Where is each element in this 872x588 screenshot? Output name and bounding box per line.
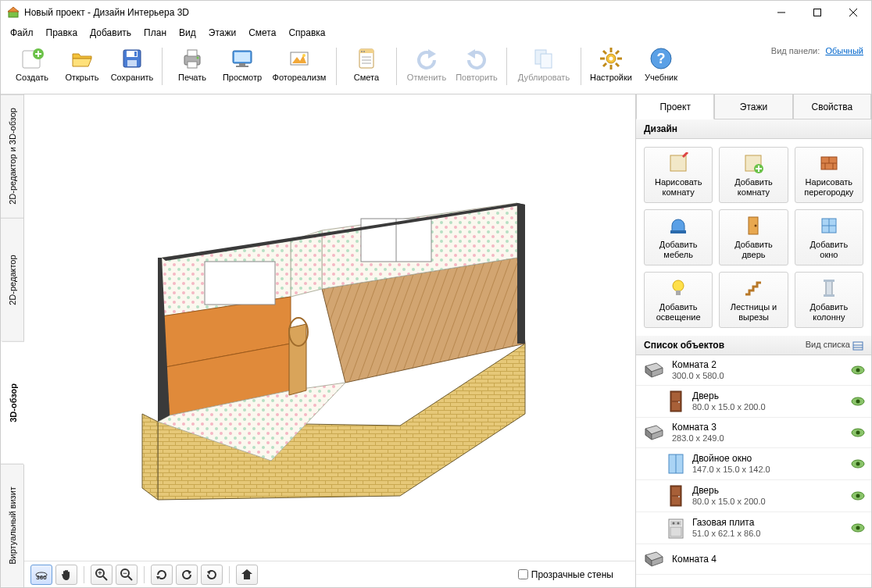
add-column-icon xyxy=(818,277,840,299)
svg-rect-112 xyxy=(672,393,680,401)
object-item-room[interactable]: Комната 3283.0 x 249.0 xyxy=(636,418,871,448)
toolbar-estimate-button[interactable]: Смета xyxy=(343,45,390,90)
visibility-toggle[interactable] xyxy=(851,365,865,375)
vtab-2d3d[interactable]: 2D-редактор и 3D-обзор xyxy=(1,94,23,218)
view-rot-left-button[interactable] xyxy=(176,565,198,585)
room-icon xyxy=(642,547,664,571)
svg-rect-133 xyxy=(670,521,681,526)
panel-mode-info: Вид панели: Обычный xyxy=(771,46,863,55)
visibility-toggle[interactable] xyxy=(851,397,865,406)
view-home-button[interactable] xyxy=(236,565,258,585)
toolbar-photoreal-button[interactable]: Фотореализм xyxy=(269,45,330,90)
toolbar-open-button[interactable]: Открыть xyxy=(59,45,105,90)
object-item-room[interactable]: Комната 2300.0 x 580.0 xyxy=(636,355,871,386)
svg-rect-67 xyxy=(205,262,275,305)
svg-rect-102 xyxy=(824,294,834,297)
design-header: Дизайн xyxy=(636,119,871,139)
design-draw-room-button[interactable]: Нарисовать комнату xyxy=(644,147,713,203)
svg-point-135 xyxy=(673,522,675,525)
rtab-props[interactable]: Свойства xyxy=(793,94,871,119)
toolbar: СоздатьОткрытьСохранитьПечатьПросмотрФот… xyxy=(1,41,871,94)
svg-rect-101 xyxy=(824,280,834,282)
panel-mode-link[interactable]: Обычный xyxy=(825,46,863,55)
toolbar-redo-label: Повторить xyxy=(456,73,498,82)
svg-point-26 xyxy=(363,51,365,52)
visibility-toggle[interactable] xyxy=(851,428,865,437)
menu-file[interactable]: Файл xyxy=(4,26,40,40)
view-zoom-in-button[interactable]: + xyxy=(91,565,113,585)
vtab-2d[interactable]: 2D-редактор xyxy=(1,218,23,341)
toolbar-create-button[interactable]: Создать xyxy=(9,45,55,90)
create-icon xyxy=(20,46,45,71)
svg-line-77 xyxy=(128,576,132,580)
toolbar-help-button[interactable]: ?Учебник xyxy=(638,45,684,90)
objects-header: Список объектов Вид списка xyxy=(636,336,871,355)
view-3d-canvas[interactable] xyxy=(24,94,635,561)
menu-add[interactable]: Добавить xyxy=(84,26,138,40)
svg-rect-11 xyxy=(134,52,137,56)
view-reset-button[interactable] xyxy=(151,565,173,585)
design-add-furniture-button[interactable]: Добавить мебель xyxy=(644,209,713,265)
design-add-light-button[interactable]: Добавить освещение xyxy=(644,272,713,328)
add-light-icon xyxy=(667,277,689,299)
svg-text:?: ? xyxy=(657,51,666,66)
vtab-3d[interactable]: 3D-обзор xyxy=(1,341,24,465)
svg-point-110 xyxy=(856,369,860,372)
object-item-window[interactable]: Двойное окно147.0 x 15.0 x 142.0 xyxy=(636,448,871,480)
design-draw-wall-button[interactable]: Нарисовать перегородку xyxy=(795,147,863,203)
toolbar-redo-button: Повторить xyxy=(453,45,500,90)
transparent-walls-checkbox[interactable]: Прозрачные стены xyxy=(518,569,613,580)
object-item-room[interactable]: Комната 4 xyxy=(636,544,871,575)
svg-rect-3 xyxy=(814,9,821,16)
object-item-door[interactable]: Дверь80.0 x 15.0 x 200.0 xyxy=(636,386,871,418)
toolbar-duplicate-label: Дублировать xyxy=(518,73,570,82)
view-zoom-out-button[interactable]: − xyxy=(116,565,138,585)
object-item-stove[interactable]: Газовая плита51.0 x 62.1 x 86.0 xyxy=(636,512,871,544)
minimize-button[interactable] xyxy=(763,1,799,24)
menu-estimate[interactable]: Смета xyxy=(242,26,282,40)
toolbar-save-label: Сохранить xyxy=(111,73,154,82)
object-item-door[interactable]: Дверь80.0 x 15.0 x 200.0 xyxy=(636,480,871,512)
visibility-toggle[interactable] xyxy=(851,491,865,501)
objects-list: Комната 2300.0 x 580.0Дверь80.0 x 15.0 x… xyxy=(636,355,871,587)
undo-icon xyxy=(414,46,439,71)
menu-floors[interactable]: Этажи xyxy=(202,26,242,40)
menu-view[interactable]: Вид xyxy=(173,26,202,40)
rtab-floors[interactable]: Этажи xyxy=(714,94,792,119)
maximize-button[interactable] xyxy=(799,1,835,24)
design-stairs-button[interactable]: Лестницы и вырезы xyxy=(719,272,788,328)
menu-help[interactable]: Справка xyxy=(282,26,331,40)
window-icon xyxy=(667,451,684,476)
save-icon xyxy=(120,46,145,71)
menu-edit[interactable]: Правка xyxy=(40,26,84,40)
design-add-column-button[interactable]: Добавить колонну xyxy=(795,272,863,328)
toolbar-create-label: Создать xyxy=(16,73,48,82)
design-add-door-button[interactable]: Добавить дверь xyxy=(719,209,788,265)
toolbar-save-button[interactable]: Сохранить xyxy=(109,45,155,90)
list-view-mode[interactable]: Вид списка xyxy=(806,340,850,349)
viewport-3d[interactable]: 360+− Прозрачные стены xyxy=(24,94,635,587)
view-rot-right-button[interactable] xyxy=(201,565,223,585)
visibility-toggle[interactable] xyxy=(851,523,865,533)
svg-marker-80 xyxy=(188,570,191,575)
toolbar-settings-button[interactable]: Настройки xyxy=(588,45,634,90)
vtab-virtual[interactable]: Виртуальный визит xyxy=(1,464,23,587)
toolbar-preview-button[interactable]: Просмотр xyxy=(219,45,266,90)
visibility-toggle[interactable] xyxy=(851,459,865,469)
svg-point-131 xyxy=(856,494,860,498)
transparent-walls-input[interactable] xyxy=(518,569,528,579)
design-add-room-button[interactable]: Добавить комнату xyxy=(719,147,788,203)
view-pan-button[interactable] xyxy=(55,565,77,585)
list-view-icon[interactable] xyxy=(852,341,863,351)
right-tabs: ПроектЭтажиСвойства xyxy=(636,94,871,119)
menu-plan[interactable]: План xyxy=(138,26,173,40)
toolbar-estimate-label: Смета xyxy=(354,73,379,82)
toolbar-print-button[interactable]: Печать xyxy=(169,45,216,90)
room-icon xyxy=(642,358,664,382)
close-button[interactable] xyxy=(835,1,871,24)
svg-point-138 xyxy=(856,526,860,530)
design-add-window-button[interactable]: Добавить окно xyxy=(795,209,863,265)
view-orbit-button[interactable]: 360 xyxy=(30,565,52,585)
panel-mode-label: Вид панели: xyxy=(771,46,820,55)
rtab-project[interactable]: Проект xyxy=(636,94,714,119)
